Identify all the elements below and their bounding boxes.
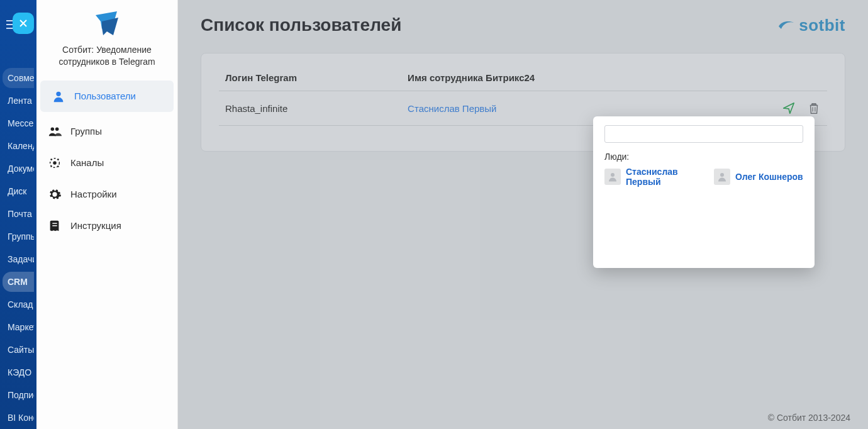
bitrix-nav-item[interactable]: Маркетинг	[3, 317, 34, 337]
brand-word: sotbit	[799, 16, 845, 35]
user-icon	[52, 89, 65, 103]
person-name: Стаснислав Первый	[626, 167, 695, 187]
svg-point-5	[56, 91, 60, 96]
svg-rect-10	[52, 223, 57, 223]
module-nav-label: Каналы	[70, 157, 104, 168]
bitrix-nav-item[interactable]: Календарь	[3, 136, 34, 156]
module-nav-label: Инструкция	[70, 220, 121, 231]
sotbit-swoosh-icon	[777, 18, 795, 33]
bitrix-nav-item[interactable]: КЭДО	[3, 362, 34, 382]
telegram-logo-icon	[92, 11, 122, 39]
people-picker-popup: Люди: Стаснислав Первый Олег Кошнеров	[593, 116, 815, 268]
cell-employee-link[interactable]: Стаснислав Первый	[408, 103, 496, 114]
people-section-label: Люди:	[604, 152, 803, 162]
bitrix-nav-item[interactable]: Склад	[3, 294, 34, 315]
bitrix-nav-item[interactable]: Мессенджер	[3, 113, 34, 133]
module-nav-groups[interactable]: Группы	[36, 116, 177, 147]
module-nav-label: Пользователи	[74, 91, 136, 101]
module-nav-instruction[interactable]: Инструкция	[36, 210, 177, 242]
module-nav-label: Настройки	[70, 189, 117, 199]
module-nav: Пользователи Группы Каналы Настройки Инс…	[36, 81, 177, 242]
users-icon	[48, 125, 62, 138]
book-icon	[48, 219, 62, 233]
svg-point-8	[53, 161, 57, 165]
avatar-icon	[714, 169, 730, 185]
bitrix-nav-item[interactable]: BI Конструктор	[3, 408, 34, 428]
module-sidebar: Сотбит: Уведомление сотрудников в Telegr…	[36, 0, 178, 429]
page-title: Список пользователей	[201, 15, 401, 35]
module-nav-channels[interactable]: Каналы	[36, 147, 177, 179]
broadcast-icon	[48, 156, 62, 170]
bitrix-left-rail: Совместная работа Лента Мессенджер Кален…	[0, 0, 36, 429]
bitrix-nav-item[interactable]: Сайты	[3, 340, 34, 360]
svg-point-14	[611, 173, 615, 177]
person-name: Олег Кошнеров	[735, 172, 803, 182]
person-option[interactable]: Олег Кошнеров	[714, 167, 803, 187]
col-login-header: Логин Telegram	[219, 65, 401, 91]
bitrix-nav-item[interactable]: Почта	[3, 204, 34, 224]
avatar-icon	[604, 169, 621, 185]
send-icon[interactable]	[782, 101, 796, 115]
bitrix-nav-item[interactable]: Задачи и Проекты	[3, 249, 34, 269]
gear-icon	[48, 187, 62, 201]
bitrix-nav-item[interactable]: Совместная работа	[3, 68, 34, 88]
cell-login: Rhasta_infinite	[219, 91, 401, 126]
bitrix-nav-item[interactable]: Диск	[3, 181, 34, 201]
people-search-input[interactable]	[604, 125, 803, 143]
bitrix-nav-item-crm[interactable]: CRM	[3, 272, 34, 292]
close-panel-button[interactable]	[13, 13, 34, 34]
bitrix-nav-list: Совместная работа Лента Мессенджер Кален…	[0, 68, 36, 429]
svg-point-7	[55, 127, 59, 131]
bitrix-nav-item[interactable]: Подписи	[3, 385, 34, 405]
delete-icon[interactable]	[807, 101, 821, 115]
svg-point-15	[720, 173, 724, 177]
footer-copyright: © Сотбит 2013-2024	[768, 413, 850, 423]
module-title: Сотбит: Уведомление сотрудников в Telegr…	[47, 44, 167, 68]
module-nav-settings[interactable]: Настройки	[36, 179, 177, 210]
svg-rect-11	[52, 225, 57, 226]
module-nav-label: Группы	[70, 126, 102, 136]
brand-logo: sotbit	[777, 16, 845, 35]
main-area: Список пользователей sotbit Логин Telegr…	[178, 0, 868, 429]
bitrix-nav-item[interactable]: Группы	[3, 226, 34, 247]
svg-point-6	[51, 127, 55, 131]
bitrix-nav-item[interactable]: Документы	[3, 159, 34, 179]
bitrix-nav-item[interactable]: Лента	[3, 91, 34, 111]
module-header: Сотбит: Уведомление сотрудников в Telegr…	[36, 0, 177, 81]
col-name-header: Имя сотрудника Битрикс24	[401, 65, 706, 91]
person-option[interactable]: Стаснислав Первый	[604, 167, 695, 187]
module-nav-users[interactable]: Пользователи	[40, 81, 174, 112]
